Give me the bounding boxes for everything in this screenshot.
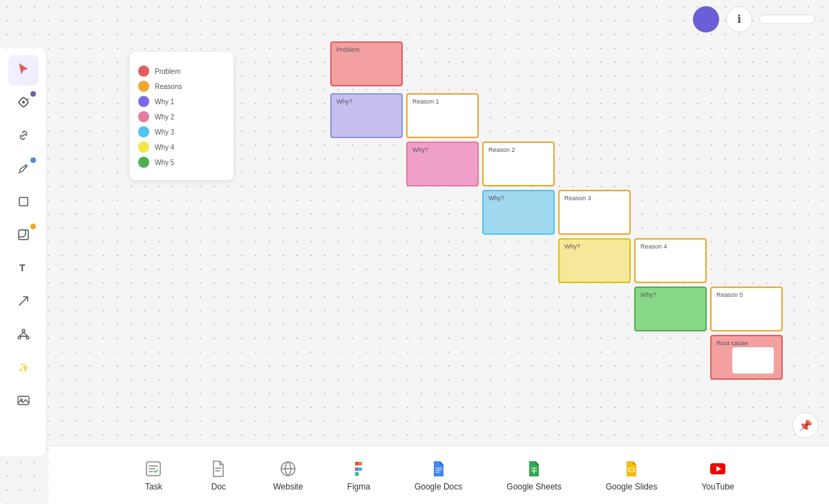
dock-item-doc[interactable]: Doc — [200, 453, 237, 497]
dock-label-google-docs: Google Docs — [414, 482, 462, 492]
node-reason1[interactable]: Reason 1 — [406, 93, 479, 138]
svg-rect-17 — [355, 472, 359, 476]
select-icon — [17, 62, 30, 79]
node-label-reason3: Reason 3 — [564, 195, 591, 202]
bottom-dock: TaskDocWebsiteFigmaGoogle DocsGoogle She… — [48, 445, 829, 504]
dock-item-youtube[interactable]: YouTube — [693, 453, 742, 497]
svg-rect-3 — [19, 230, 28, 240]
sticky-tool[interactable] — [8, 221, 39, 251]
node-why2-box[interactable]: Why? — [406, 142, 479, 186]
svg-rect-2 — [19, 197, 28, 206]
website-icon — [278, 458, 298, 479]
topbar: ℹ — [679, 0, 829, 38]
doc-icon — [208, 458, 229, 479]
image-tool[interactable] — [8, 387, 39, 417]
task-icon — [143, 458, 164, 479]
shape-icon — [17, 195, 30, 212]
svg-point-0 — [22, 101, 25, 104]
info-icon: ℹ — [737, 12, 741, 26]
svg-point-5 — [22, 329, 25, 332]
node-reason3[interactable]: Reason 3 — [558, 190, 631, 235]
pin-button[interactable]: 📌 — [792, 412, 819, 438]
node-reason4[interactable]: Reason 4 — [634, 238, 707, 283]
ai-tool[interactable]: ✨ — [8, 353, 39, 384]
arrow-icon — [17, 294, 30, 311]
node-inner-card — [732, 299, 774, 325]
smart-draw-tool[interactable]: + — [8, 88, 39, 119]
shape-tool[interactable] — [8, 188, 39, 218]
text-tool[interactable]: T — [8, 254, 39, 284]
svg-rect-15 — [355, 467, 359, 471]
google-slides-icon — [621, 458, 642, 479]
svg-rect-13 — [355, 462, 359, 465]
toolbar: +T✨ — [0, 48, 47, 456]
svg-text:T: T — [19, 262, 26, 273]
dock-label-task: Task — [145, 482, 162, 492]
smart-draw-icon: + — [17, 95, 30, 113]
pen-icon — [17, 162, 30, 179]
node-label-rootcause: Root cause — [716, 340, 748, 347]
svg-rect-14 — [359, 462, 362, 465]
dock-item-website[interactable]: Website — [265, 453, 311, 497]
node-label-why4-box: Why? — [564, 243, 580, 250]
google-docs-icon — [428, 458, 449, 479]
ai-icon: ✨ — [17, 360, 30, 378]
text-icon: T — [17, 261, 30, 278]
google-sheets-icon — [524, 458, 544, 479]
tool-indicator-dot — [30, 91, 36, 97]
link-tool[interactable] — [8, 122, 39, 152]
svg-text:✨: ✨ — [18, 362, 30, 374]
node-inner-card — [732, 347, 774, 374]
diagram-container: ProblemWhy?Reason 1Why?Reason 2Why?Reaso… — [47, 0, 829, 445]
tool-indicator-dot — [30, 157, 36, 163]
node-why4-box[interactable]: Why? — [558, 238, 631, 283]
node-why5-box[interactable]: Why? — [634, 287, 707, 331]
node-inner-card — [428, 106, 470, 132]
select-tool[interactable] — [8, 55, 39, 86]
pin-icon: 📌 — [799, 419, 812, 432]
node-inner-card — [580, 202, 622, 229]
node-label-problem: Problem — [336, 46, 360, 53]
node-label-why3-box: Why? — [488, 195, 504, 202]
node-label-reason1: Reason 1 — [412, 98, 439, 105]
node-problem[interactable]: Problem — [330, 41, 403, 86]
dock-item-task[interactable]: Task — [135, 453, 172, 497]
dock-item-google-slides[interactable]: Google Slides — [598, 453, 666, 497]
node-why3-box[interactable]: Why? — [482, 190, 555, 235]
tool-indicator-dot — [30, 224, 36, 229]
node-label-reason2: Reason 2 — [488, 146, 515, 153]
node-reason2[interactable]: Reason 2 — [482, 142, 555, 186]
node-why1-box[interactable]: Why? — [330, 93, 403, 138]
svg-text:+: + — [26, 96, 30, 102]
youtube-icon — [707, 458, 728, 479]
link-icon — [17, 128, 30, 146]
avatar-button[interactable] — [693, 6, 719, 32]
info-button[interactable]: ℹ — [726, 6, 752, 32]
dock-label-doc: Doc — [211, 482, 226, 492]
dock-item-google-sheets[interactable]: Google Sheets — [498, 453, 569, 497]
node-label-reason5: Reason 5 — [716, 291, 743, 298]
dock-item-google-docs[interactable]: Google Docs — [406, 453, 470, 497]
arrow-tool[interactable] — [8, 287, 39, 318]
network-tool[interactable] — [8, 320, 39, 351]
zoom-controls — [759, 14, 815, 24]
svg-rect-9 — [18, 396, 29, 405]
node-label-why2-box: Why? — [412, 146, 428, 153]
node-label-reason4: Reason 4 — [640, 243, 667, 250]
pen-tool[interactable] — [8, 155, 39, 185]
node-inner-card — [504, 154, 546, 180]
svg-point-16 — [359, 467, 362, 471]
dock-label-figma: Figma — [347, 482, 370, 492]
figma-icon — [348, 458, 369, 479]
node-inner-card — [656, 251, 698, 277]
dock-label-google-slides: Google Slides — [606, 482, 658, 492]
node-reason5[interactable]: Reason 5 — [710, 287, 783, 331]
dock-label-youtube: YouTube — [701, 482, 734, 492]
node-label-why5-box: Why? — [640, 291, 656, 298]
canvas-content: Problem Reasons Why 1 Why 2 Why 3 Why 4 … — [47, 0, 829, 445]
sticky-icon — [17, 228, 30, 245]
dock-item-figma[interactable]: Figma — [339, 453, 379, 497]
node-rootcause[interactable]: Root cause — [710, 335, 783, 380]
network-icon — [17, 327, 30, 345]
dock-label-website: Website — [273, 482, 303, 492]
